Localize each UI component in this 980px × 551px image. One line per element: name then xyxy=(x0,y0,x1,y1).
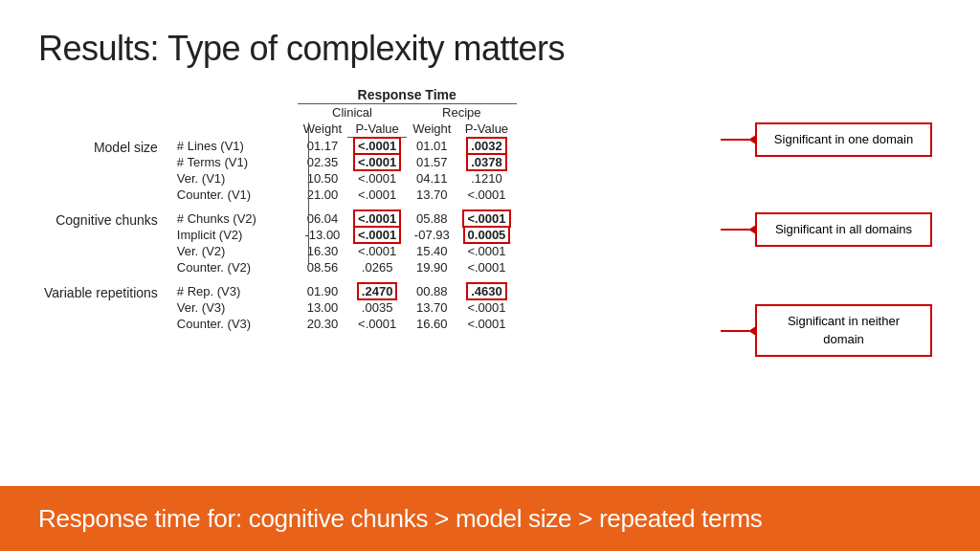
row-label: # Rep. (V3) xyxy=(173,283,298,299)
cell-cw: 13.00 xyxy=(298,299,347,316)
cell-cp: .0035 xyxy=(347,299,407,316)
row-label: # Lines (V1) xyxy=(173,138,298,155)
cell-rw: 04.11 xyxy=(407,170,457,187)
cell-rp: <.0001 xyxy=(457,210,516,227)
table-row: Model size # Lines (V1) 01.17 <.0001 01.… xyxy=(38,138,517,155)
cell-rw: 15.40 xyxy=(407,243,457,259)
cell-cw: 06.04 xyxy=(298,210,347,227)
cell-cw: 16.30 xyxy=(298,243,347,259)
annotation-text-3: Significant in neither domain xyxy=(755,304,932,356)
cell-rp: <.0001 xyxy=(457,187,516,203)
cell-cp: <.0001 xyxy=(347,210,407,227)
cell-cw: 01.17 xyxy=(298,138,347,155)
recipe-header: Recipe xyxy=(407,104,516,121)
cell-cw: 10.50 xyxy=(298,170,347,187)
row-label: Counter. (V3) xyxy=(173,316,298,332)
cell-rw: 19.90 xyxy=(407,259,457,276)
cell-rw: 01.57 xyxy=(407,154,457,170)
annotations-panel: Significant in one domain Significant in… xyxy=(755,122,932,357)
cell-cw: 01.90 xyxy=(298,283,347,299)
cell-cp: <.0001 xyxy=(347,187,407,203)
cell-cp: <.0001 xyxy=(347,154,407,170)
cell-cp: .0265 xyxy=(347,259,407,276)
cell-rw: -07.93 xyxy=(407,227,457,243)
cell-rp: <.0001 xyxy=(457,299,516,316)
row-label: Implicit (V2) xyxy=(173,227,298,243)
cell-rp: <.0001 xyxy=(457,259,516,276)
row-label: Ver. (V2) xyxy=(173,243,298,259)
bottom-bar: Response time for: cognitive chunks > mo… xyxy=(0,486,980,551)
row-label: Ver. (V1) xyxy=(173,170,298,187)
cell-cp: <.0001 xyxy=(347,316,407,332)
annotation-box-1: Significant in one domain xyxy=(755,122,932,157)
cell-rp: 0.0005 xyxy=(457,227,516,243)
cell-rp: .4630 xyxy=(457,283,516,299)
annotation-box-2: Significant in all domains xyxy=(755,212,932,247)
divider-line xyxy=(308,122,309,265)
cell-cw: 21.00 xyxy=(298,187,347,203)
arrow-1 xyxy=(721,135,756,144)
cell-cp: <.0001 xyxy=(347,227,407,243)
table-row: Variable repetitions # Rep. (V3) 01.90 .… xyxy=(38,283,517,299)
cell-cp: <.0001 xyxy=(347,170,407,187)
table-row: Cognitive chunks # Chunks (V2) 06.04 <.0… xyxy=(38,210,517,227)
annotation-text-2: Significant in all domains xyxy=(755,212,932,247)
col-pvalue-clinical: P-Value xyxy=(347,121,407,138)
clinical-header: Clinical xyxy=(298,104,407,121)
cell-cw: 08.56 xyxy=(298,259,347,276)
response-time-header: Response Time xyxy=(298,86,517,104)
annotation-box-3: Significant in neither domain xyxy=(755,304,932,356)
spacer-row xyxy=(38,276,517,283)
row-label: # Chunks (V2) xyxy=(173,210,298,227)
cell-cp: <.0001 xyxy=(347,243,407,259)
category-cognitive-chunks: Cognitive chunks xyxy=(38,210,173,276)
category-model-size: Model size xyxy=(38,138,173,204)
cell-rw: 16.60 xyxy=(407,316,457,332)
cell-rp: .1210 xyxy=(457,170,516,187)
slide: Results: Type of complexity matters Resp… xyxy=(0,0,980,551)
arrow-3 xyxy=(721,326,756,336)
cell-rp: .0032 xyxy=(457,138,516,155)
col-weight-clinical: Weight xyxy=(298,121,347,138)
col-weight-recipe: Weight xyxy=(407,121,457,138)
cell-rw: 05.88 xyxy=(407,210,457,227)
row-label: Counter. (V1) xyxy=(173,187,298,203)
cell-rw: 00.88 xyxy=(407,283,457,299)
cell-cp: <.0001 xyxy=(347,138,407,155)
cell-cp: .2470 xyxy=(347,283,407,299)
cell-rw: 13.70 xyxy=(407,187,457,203)
spacer-row xyxy=(38,203,517,210)
cell-rp: <.0001 xyxy=(457,243,516,259)
cell-rp: .0378 xyxy=(457,154,516,170)
page-title: Results: Type of complexity matters xyxy=(38,29,942,69)
cell-cw: 20.30 xyxy=(298,316,347,332)
col-pvalue-recipe: P-Value xyxy=(457,121,516,138)
cell-cw: 02.35 xyxy=(298,154,347,170)
category-variable-repetitions: Variable repetitions xyxy=(38,283,173,332)
row-label: Counter. (V2) xyxy=(173,259,298,276)
row-label: # Terms (V1) xyxy=(173,154,298,170)
arrow-2 xyxy=(721,225,756,234)
cell-cw: -13.00 xyxy=(298,227,347,243)
data-table: Response Time Clinical Recipe Weight P-V… xyxy=(38,86,517,332)
bottom-bar-text: Response time for: cognitive chunks > mo… xyxy=(38,504,763,534)
cell-rp: <.0001 xyxy=(457,316,516,332)
annotation-text-1: Significant in one domain xyxy=(755,122,932,157)
cell-rw: 13.70 xyxy=(407,299,457,316)
row-label: Ver. (V3) xyxy=(173,299,298,316)
cell-rw: 01.01 xyxy=(407,138,457,155)
